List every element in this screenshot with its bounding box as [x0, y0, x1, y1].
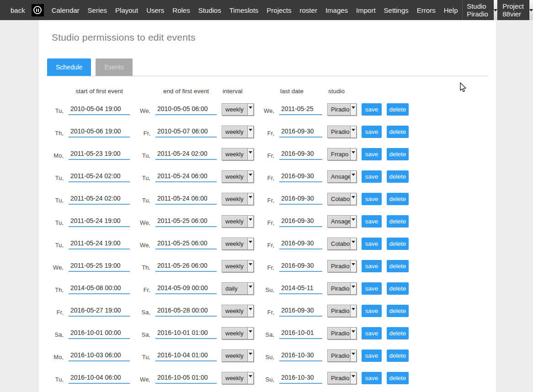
- save-button[interactable]: save: [362, 103, 382, 116]
- chevron-down-icon[interactable]: [247, 283, 253, 294]
- save-button[interactable]: save: [362, 327, 382, 339]
- save-button[interactable]: save: [362, 126, 382, 138]
- end-datetime-input[interactable]: [155, 373, 217, 384]
- chevron-down-icon[interactable]: [350, 328, 356, 339]
- studio-select[interactable]: Piradio: [327, 327, 357, 339]
- end-datetime-input[interactable]: [155, 261, 217, 272]
- last-date-input[interactable]: [279, 238, 322, 249]
- start-datetime-input[interactable]: [69, 328, 130, 339]
- interval-select[interactable]: weekly: [222, 148, 254, 160]
- end-datetime-input[interactable]: [155, 283, 217, 294]
- save-button[interactable]: save: [362, 372, 382, 384]
- interval-select[interactable]: weekly: [222, 193, 254, 205]
- end-datetime-input[interactable]: [155, 238, 217, 249]
- studio-select[interactable]: Colabo: [327, 238, 357, 250]
- last-date-input[interactable]: [279, 261, 322, 272]
- studio-select[interactable]: Studio Piradio: [462, 0, 498, 20]
- start-datetime-input[interactable]: [69, 149, 130, 160]
- nav-item-back[interactable]: back: [6, 0, 29, 20]
- studio-select[interactable]: Ansage: [327, 170, 357, 183]
- delete-button[interactable]: delete: [387, 238, 409, 250]
- chevron-down-icon[interactable]: [350, 305, 356, 317]
- tab-schedule[interactable]: Schedule: [47, 58, 91, 76]
- delete-button[interactable]: delete: [387, 305, 409, 317]
- start-datetime-input[interactable]: [69, 171, 130, 182]
- delete-button[interactable]: delete: [387, 282, 409, 295]
- last-date-input[interactable]: [279, 306, 322, 317]
- studio-select[interactable]: Piradio: [327, 350, 357, 362]
- chevron-down-icon[interactable]: [350, 148, 356, 160]
- nav-item-series[interactable]: Series: [84, 0, 112, 20]
- chevron-down-icon[interactable]: [350, 171, 356, 182]
- last-date-input[interactable]: [279, 373, 322, 384]
- studio-select[interactable]: Piradio: [327, 372, 357, 384]
- nav-item-roles[interactable]: Roles: [168, 0, 194, 20]
- delete-button[interactable]: delete: [387, 215, 409, 228]
- studio-select[interactable]: Frrapo: [327, 148, 357, 160]
- chevron-down-icon[interactable]: [247, 328, 253, 339]
- start-datetime-input[interactable]: [69, 104, 130, 115]
- last-date-input[interactable]: [279, 283, 322, 294]
- chevron-down-icon[interactable]: [247, 216, 253, 227]
- start-datetime-input[interactable]: [69, 350, 130, 361]
- last-date-input[interactable]: [279, 216, 322, 227]
- studio-select[interactable]: Piradio: [327, 260, 357, 272]
- chevron-down-icon[interactable]: [350, 216, 356, 227]
- interval-select[interactable]: weekly: [222, 238, 254, 250]
- chevron-down-icon[interactable]: [350, 260, 356, 272]
- interval-select[interactable]: weekly: [222, 327, 254, 339]
- end-datetime-input[interactable]: [155, 194, 217, 205]
- chevron-down-icon[interactable]: [247, 372, 253, 384]
- save-button[interactable]: save: [362, 350, 382, 362]
- end-datetime-input[interactable]: [155, 216, 217, 227]
- interval-select[interactable]: weekly: [222, 170, 254, 183]
- nav-item-roster[interactable]: roster: [296, 0, 321, 20]
- delete-button[interactable]: delete: [387, 126, 409, 138]
- nav-item-calendar[interactable]: Calendar: [48, 0, 84, 20]
- nav-item-errors[interactable]: Errors: [413, 0, 440, 20]
- nav-item-timeslots[interactable]: Timeslots: [225, 0, 263, 20]
- chevron-down-icon[interactable]: [247, 350, 253, 361]
- save-button[interactable]: save: [362, 215, 382, 228]
- chevron-down-icon[interactable]: [247, 193, 253, 205]
- last-date-input[interactable]: [279, 149, 322, 160]
- delete-button[interactable]: delete: [387, 170, 409, 183]
- end-datetime-input[interactable]: [155, 104, 217, 115]
- start-datetime-input[interactable]: [69, 238, 130, 249]
- start-datetime-input[interactable]: [69, 283, 130, 294]
- last-date-input[interactable]: [279, 127, 322, 138]
- app-logo-pause-icon[interactable]: [32, 4, 44, 16]
- delete-button[interactable]: delete: [387, 103, 409, 116]
- interval-select[interactable]: weekly: [222, 215, 254, 228]
- nav-item-import[interactable]: Import: [352, 0, 380, 20]
- end-datetime-input[interactable]: [155, 127, 217, 138]
- end-datetime-input[interactable]: [155, 171, 217, 182]
- studio-select[interactable]: Ansage: [327, 215, 357, 228]
- delete-button[interactable]: delete: [387, 260, 409, 272]
- last-date-input[interactable]: [279, 350, 322, 361]
- chevron-down-icon[interactable]: [350, 350, 356, 361]
- interval-select[interactable]: weekly: [222, 372, 254, 384]
- chevron-down-icon[interactable]: [350, 193, 356, 205]
- chevron-down-icon[interactable]: [493, 0, 498, 20]
- end-datetime-input[interactable]: [155, 149, 217, 160]
- chevron-down-icon[interactable]: [247, 148, 253, 160]
- chevron-down-icon[interactable]: [529, 0, 533, 20]
- studio-select[interactable]: Piradio: [327, 282, 357, 295]
- delete-button[interactable]: delete: [387, 350, 409, 362]
- project-select[interactable]: Project 88vier: [498, 0, 533, 20]
- chevron-down-icon[interactable]: [247, 104, 253, 115]
- interval-select[interactable]: weekly: [222, 350, 254, 362]
- save-button[interactable]: save: [362, 170, 382, 183]
- nav-item-images[interactable]: Images: [321, 0, 352, 20]
- last-date-input[interactable]: [279, 104, 322, 115]
- last-date-input[interactable]: [279, 171, 322, 182]
- start-datetime-input[interactable]: [69, 127, 130, 138]
- start-datetime-input[interactable]: [69, 261, 130, 272]
- save-button[interactable]: save: [362, 193, 382, 205]
- nav-item-playout[interactable]: Playout: [111, 0, 142, 20]
- nav-item-help[interactable]: Help: [440, 0, 462, 20]
- nav-item-studios[interactable]: Studios: [194, 0, 225, 20]
- chevron-down-icon[interactable]: [247, 305, 253, 317]
- save-button[interactable]: save: [362, 282, 382, 295]
